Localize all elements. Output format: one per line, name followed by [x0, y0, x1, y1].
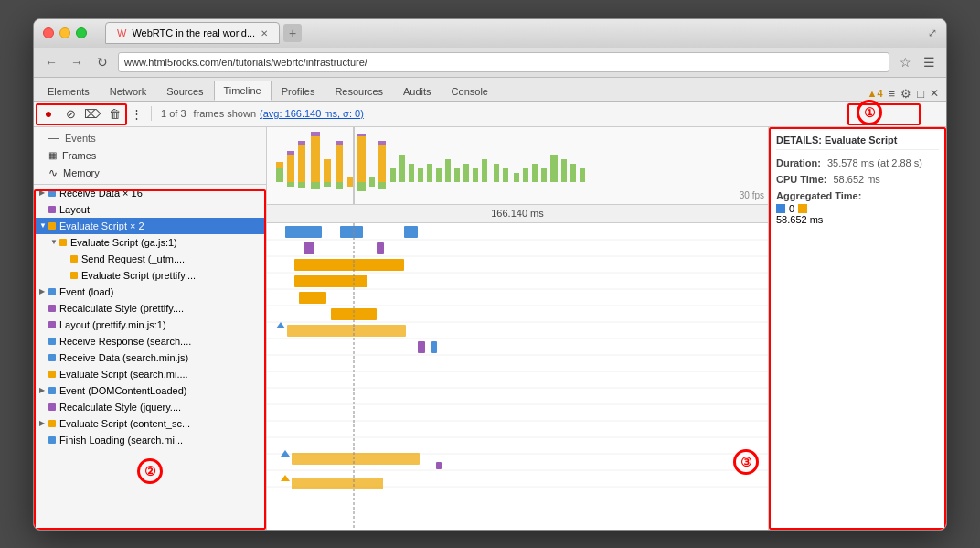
tab-timeline[interactable]: Timeline — [214, 81, 272, 101]
list-item[interactable]: ▶ Evaluate Script (content_sc... — [34, 415, 266, 432]
devtools-right-controls: ▲4 ≡ ⚙ □ ✕ — [868, 87, 943, 101]
stop-button[interactable]: ⊘ — [61, 104, 80, 123]
bookmark-icon[interactable]: ☆ — [895, 52, 915, 72]
svg-rect-38 — [523, 168, 528, 182]
svg-rect-13 — [336, 145, 343, 182]
frames-chart: 30 fps — [267, 127, 768, 205]
annotation-circle-1: ① — [857, 100, 882, 125]
forward-button[interactable]: → — [67, 52, 87, 72]
list-item-selected[interactable]: ▼ Evaluate Script × 2 — [34, 218, 266, 234]
svg-rect-4 — [287, 182, 294, 187]
item-color-dot — [48, 321, 56, 328]
window-expand-icon[interactable]: ⤢ — [928, 27, 937, 39]
settings-icon[interactable]: ⚙ — [900, 87, 911, 101]
list-item[interactable]: Send Request (_utm.... — [34, 251, 266, 267]
item-color-dot — [48, 436, 56, 444]
expand-icon: ▼ — [50, 238, 59, 246]
tab-elements[interactable]: Elements — [37, 81, 100, 101]
svg-rect-73 — [418, 341, 425, 353]
svg-rect-23 — [378, 182, 386, 189]
close-devtools-icon[interactable]: ✕ — [930, 87, 939, 100]
tab-sources[interactable]: Sources — [156, 81, 213, 101]
record-button[interactable]: ● — [39, 104, 58, 123]
svg-rect-28 — [427, 164, 432, 182]
menu-icon[interactable]: ☰ — [919, 52, 939, 72]
list-item[interactable]: Evaluate Script (prettify.... — [34, 267, 266, 284]
list-item[interactable]: Finish Loading (search.mi... — [34, 432, 266, 448]
minimize-button[interactable] — [59, 27, 70, 38]
close-button[interactable] — [43, 27, 54, 38]
list-item[interactable]: ▶ Event (load) — [34, 284, 266, 300]
new-tab-button[interactable]: + — [283, 24, 302, 42]
browser-tab-active[interactable]: W WebRTC in the real world... ✕ — [105, 22, 280, 44]
list-item[interactable]: Recalculate Style (prettify.... — [34, 300, 266, 317]
sidebar-item-frames[interactable]: ▦ Frames — [34, 147, 266, 164]
list-item[interactable]: ▼ Evaluate Script (ga.js:1) — [34, 234, 266, 251]
svg-rect-79 — [292, 478, 383, 489]
list-item[interactable]: ▶ Receive Data × 16 — [34, 185, 266, 201]
svg-rect-25 — [399, 155, 405, 182]
tab-profiles[interactable]: Profiles — [272, 81, 325, 101]
tab-network[interactable]: Network — [100, 81, 156, 101]
list-item[interactable]: Layout — [34, 201, 266, 218]
svg-rect-42 — [561, 159, 567, 182]
item-color-dot — [70, 272, 78, 279]
sidebar-item-memory[interactable]: ∿ Memory — [34, 164, 266, 182]
dock-icon[interactable]: □ — [917, 87, 924, 101]
svg-rect-76 — [292, 453, 420, 465]
item-label: Send Request (_utm.... — [81, 253, 185, 264]
timeline-center: 30 fps 166.140 ms — [267, 127, 768, 530]
item-label: Evaluate Script (content_sc... — [59, 418, 190, 429]
maximize-button[interactable] — [76, 27, 87, 38]
format-icon[interactable]: ≡ — [889, 87, 896, 101]
svg-rect-77 — [436, 462, 442, 469]
svg-rect-29 — [436, 168, 442, 182]
frames-chart-svg — [267, 127, 768, 205]
list-item[interactable]: Evaluate Script (search.mi.... — [34, 366, 266, 382]
timeline-toolbar: ● ⊘ ⌦ 🗑 ⋮ 1 of 3 frames shown (avg: 166.… — [34, 102, 946, 127]
svg-rect-5 — [298, 145, 305, 182]
svg-rect-32 — [463, 164, 469, 182]
tab-close-icon[interactable]: ✕ — [261, 28, 268, 38]
reload-button[interactable]: ↻ — [92, 52, 112, 72]
tab-console[interactable]: Console — [442, 81, 498, 101]
svg-rect-69 — [299, 292, 326, 304]
svg-rect-2 — [287, 155, 294, 182]
list-item[interactable]: Layout (prettify.min.js:1) — [34, 317, 266, 333]
warning-badge: ▲4 — [868, 88, 883, 99]
item-label: Evaluate Script × 2 — [59, 220, 144, 231]
filter-button[interactable]: ⌦ — [83, 104, 101, 123]
sidebar: — Events ▦ Frames ∿ Memory ▶ Receiv — [34, 127, 267, 530]
agg-box-2 — [798, 204, 807, 213]
svg-rect-37 — [514, 173, 519, 182]
svg-rect-19 — [357, 182, 366, 191]
item-label: Receive Data (search.min.js) — [59, 352, 188, 363]
item-label: Recalculate Style (jquery.... — [59, 402, 181, 413]
list-item[interactable]: Receive Response (search.... — [34, 333, 266, 349]
svg-rect-0 — [276, 168, 283, 182]
toolbar-divider-1 — [151, 106, 152, 121]
more-button[interactable]: ⋮ — [127, 104, 145, 123]
list-item[interactable]: Receive Data (search.min.js) — [34, 349, 266, 366]
svg-rect-20 — [369, 177, 375, 187]
svg-marker-78 — [281, 475, 290, 481]
svg-marker-71 — [276, 322, 285, 328]
tab-audits[interactable]: Audits — [393, 81, 442, 101]
sidebar-item-events[interactable]: — Events — [34, 129, 266, 147]
fps-label: 30 fps — [740, 190, 764, 200]
tab-resources[interactable]: Resources — [325, 81, 393, 101]
back-button[interactable]: ← — [41, 52, 61, 72]
frames-label: Frames — [62, 150, 96, 161]
list-item[interactable]: ▶ Event (DOMContentLoaded) — [34, 382, 266, 399]
list-item[interactable]: Recalculate Style (jquery.... — [34, 399, 266, 415]
item-label: Receive Data × 16 — [59, 188, 143, 199]
avg-link[interactable]: (avg: 166.140 ms, σ: 0) — [260, 108, 364, 119]
svg-rect-41 — [550, 155, 558, 182]
duration-value: 35.578 ms (at 2.88 s) — [827, 157, 922, 168]
delete-button[interactable]: 🗑 — [105, 104, 123, 123]
item-label: Layout (prettify.min.js:1) — [59, 319, 166, 330]
address-bar[interactable]: www.html5rocks.com/en/tutorials/webrtc/i… — [118, 52, 889, 72]
expand-icon: ▶ — [39, 287, 48, 295]
svg-rect-12 — [324, 182, 331, 187]
url-text: www.html5rocks.com/en/tutorials/webrtc/i… — [124, 57, 368, 68]
